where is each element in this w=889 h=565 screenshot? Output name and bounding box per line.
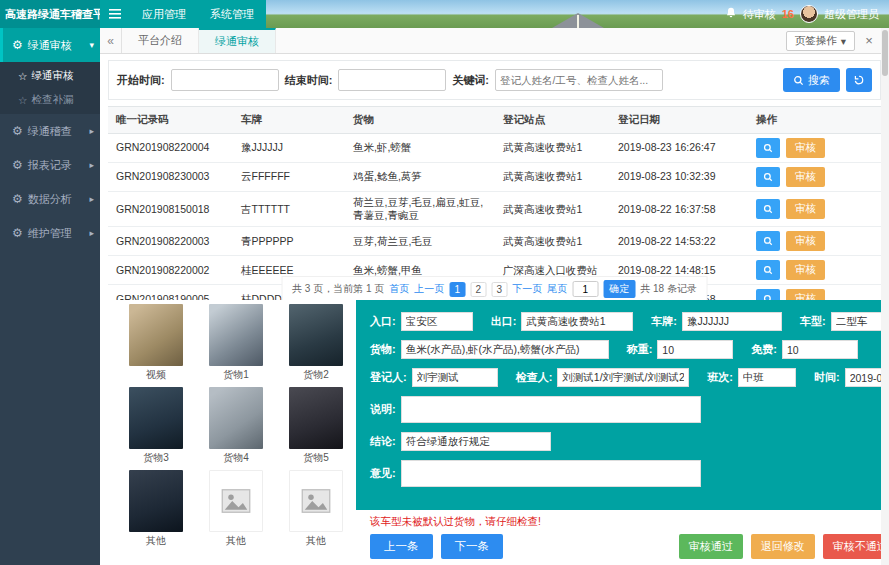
review-button[interactable]: 审核 — [786, 167, 825, 187]
scrollbar-thumb[interactable] — [882, 30, 888, 76]
weight-field[interactable] — [657, 340, 733, 359]
end-time-input[interactable] — [338, 69, 446, 91]
table-row[interactable]: GRN201908230003 云FFFFFF 鸡蛋,鲶鱼,莴笋 武黄高速收费站… — [108, 163, 881, 192]
form-row: 结论: — [370, 432, 889, 451]
detail-footer: 该车型未被默认过货物，请仔细检查! 上一条 下一条 审核通过 退回修改 审核不通… — [356, 510, 889, 565]
tab-green-review[interactable]: 绿通审核 — [199, 28, 276, 53]
reject-button[interactable]: 审核不通过 — [823, 534, 889, 559]
user-avatar[interactable] — [800, 5, 818, 23]
free-field[interactable] — [782, 340, 858, 359]
thumbnail-label: 货物4 — [196, 451, 276, 465]
vertical-scrollbar[interactable] — [881, 28, 889, 565]
pending-review-label[interactable]: 待审核 — [743, 7, 776, 22]
user-role-label[interactable]: 超级管理员 — [824, 7, 879, 22]
submenu-item-green-review[interactable]: ☆ 绿通审核 — [0, 64, 100, 88]
footer-buttons: 上一条 下一条 审核通过 退回修改 审核不通过 黑名单 — [370, 534, 889, 559]
view-record-button[interactable] — [756, 199, 780, 219]
approve-button[interactable]: 审核通过 — [679, 534, 743, 559]
conclusion-field[interactable] — [401, 432, 551, 451]
table-row[interactable]: GRN201908220003 青PPPPPP 豆芽,荷兰豆,毛豆 武黄高速收费… — [108, 227, 881, 256]
sidebar-item-label: 维护管理 — [28, 226, 72, 241]
view-record-button[interactable] — [756, 138, 780, 158]
image-placeholder-icon[interactable] — [289, 470, 343, 532]
video-thumbnail[interactable] — [129, 304, 183, 366]
shift-field[interactable] — [738, 368, 796, 387]
refresh-button[interactable] — [846, 68, 872, 92]
goto-page-input[interactable] — [572, 281, 598, 297]
goods-field[interactable] — [401, 340, 609, 359]
search-panel: 开始时间: 结束时间: 关键词: 搜索 — [108, 60, 881, 100]
review-button[interactable]: 审核 — [786, 260, 825, 280]
next-record-button[interactable]: 下一条 — [441, 534, 504, 559]
page-ops-dropdown[interactable]: 页签操作 ▾ — [786, 31, 855, 51]
cell-goods: 豆芽,荷兰豆,毛豆 — [345, 227, 495, 256]
page-1-button[interactable]: 1 — [449, 282, 465, 297]
pagination-bar: 共 3 页，当前第 1 页 首页 上一页 1 2 3 下一页 尾页 确定 共 1… — [282, 277, 707, 301]
inspector-field[interactable] — [557, 368, 689, 387]
next-page-link[interactable]: 下一页 — [512, 282, 542, 296]
submenu-item-check-fill[interactable]: ☆ 检查补漏 — [0, 88, 100, 112]
bell-icon[interactable] — [725, 7, 737, 22]
table-row[interactable]: GRN201908150018 吉TTTTTT 荷兰豆,豆芽,毛豆,扁豆,虹豆,… — [108, 192, 881, 227]
page-2-button[interactable]: 2 — [470, 282, 486, 297]
first-page-link[interactable]: 首页 — [389, 282, 409, 296]
col-plate: 车牌 — [233, 107, 345, 134]
nav-item-app-management[interactable]: 应用管理 — [130, 0, 198, 28]
nav-item-system-management[interactable]: 系统管理 — [198, 0, 266, 28]
hamburger-menu-icon[interactable] — [100, 0, 130, 28]
end-time-label: 结束时间: — [285, 73, 333, 88]
view-record-button[interactable] — [756, 167, 780, 187]
goods-photo-thumbnail[interactable] — [289, 387, 343, 449]
prev-page-link[interactable]: 上一页 — [414, 282, 444, 296]
gear-icon: ⚙ — [12, 226, 23, 240]
entrance-field[interactable] — [401, 312, 473, 331]
entrance-label: 入口: — [370, 314, 396, 329]
exit-field[interactable] — [521, 312, 633, 331]
submenu-item-label: 绿通审核 — [31, 69, 73, 83]
tabs-collapse-button[interactable]: « — [100, 28, 122, 53]
search-button-label: 搜索 — [808, 73, 830, 88]
last-page-link[interactable]: 尾页 — [547, 282, 567, 296]
view-record-button[interactable] — [756, 260, 780, 280]
registrar-field[interactable] — [412, 368, 498, 387]
gallery-item: 货物3 — [116, 387, 196, 465]
sidebar-item-report-records[interactable]: ⚙ 报表记录 ▸ — [0, 148, 100, 182]
other-photo-thumbnail[interactable] — [129, 470, 183, 532]
sidebar-item-green-inspect[interactable]: ⚙ 绿通稽查 ▸ — [0, 114, 100, 148]
image-placeholder-icon[interactable] — [209, 470, 263, 532]
tab-close-icon[interactable]: × — [859, 31, 879, 51]
cell-goods: 荷兰豆,豆芽,毛豆,扁豆,虹豆,青薯豆,青豌豆 — [345, 192, 495, 227]
gear-icon: ⚙ — [12, 192, 23, 206]
cell-station: 武黄高速收费站1 — [495, 163, 610, 192]
col-actions: 操作 — [748, 107, 881, 134]
table-row[interactable]: GRN201908220004 豫JJJJJJ 鱼米,虾,螃蟹 武黄高速收费站1… — [108, 134, 881, 163]
prev-record-button[interactable]: 上一条 — [370, 534, 433, 559]
goods-photo-thumbnail[interactable] — [289, 304, 343, 366]
plate-field[interactable] — [682, 312, 782, 331]
review-button[interactable]: 审核 — [786, 199, 825, 219]
review-button[interactable]: 审核 — [786, 138, 825, 158]
col-goods: 货物 — [345, 107, 495, 134]
search-button[interactable]: 搜索 — [783, 68, 840, 92]
note-textarea[interactable] — [401, 396, 701, 423]
review-button[interactable]: 审核 — [786, 231, 825, 251]
cell-plate: 豫JJJJJJ — [233, 134, 345, 163]
goods-photo-thumbnail[interactable] — [209, 387, 263, 449]
cell-record-code: GRN201908230003 — [108, 163, 233, 192]
cell-station: 武黄高速收费站1 — [495, 227, 610, 256]
opinion-textarea[interactable] — [401, 460, 701, 487]
goods-photo-thumbnail[interactable] — [209, 304, 263, 366]
gear-icon: ⚙ — [12, 158, 23, 172]
sidebar-item-green-review[interactable]: ⚙ 绿通审核 ▾ — [0, 28, 100, 62]
goto-confirm-button[interactable]: 确定 — [603, 280, 635, 298]
tab-platform-intro[interactable]: 平台介绍 — [122, 28, 199, 53]
keyword-input[interactable] — [495, 69, 663, 91]
page-3-button[interactable]: 3 — [491, 282, 507, 297]
view-record-button[interactable] — [756, 231, 780, 251]
return-modify-button[interactable]: 退回修改 — [751, 534, 815, 559]
sidebar-item-label: 绿通稽查 — [28, 124, 72, 139]
sidebar-item-maintenance[interactable]: ⚙ 维护管理 ▸ — [0, 216, 100, 250]
start-time-input[interactable] — [171, 69, 279, 91]
goods-photo-thumbnail[interactable] — [129, 387, 183, 449]
sidebar-item-data-analysis[interactable]: ⚙ 数据分析 ▸ — [0, 182, 100, 216]
